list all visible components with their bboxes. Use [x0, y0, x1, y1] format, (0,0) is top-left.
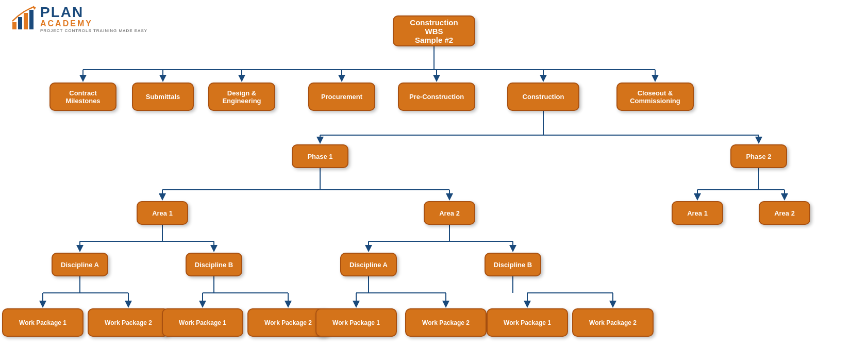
- node-wp1-disc-b-area1: Work Package 1: [162, 308, 243, 337]
- node-label: Closeout &Commissioning: [630, 89, 680, 105]
- node-discipline-a-area1: Discipline A: [52, 253, 108, 276]
- node-label: Area 2: [439, 209, 460, 217]
- node-area1-phase1: Area 1: [137, 201, 188, 225]
- node-wp1-disc-a-area2: Work Package 1: [315, 308, 397, 337]
- node-discipline-b-area2: Discipline B: [485, 253, 541, 276]
- node-preconstruction: Pre-Construction: [398, 83, 475, 111]
- node-label: Discipline A: [349, 261, 388, 269]
- node-phase1: Phase 1: [292, 144, 348, 168]
- node-label: Work Package 1: [332, 319, 380, 326]
- node-phase2: Phase 2: [730, 144, 787, 168]
- logo-tagline: Project Controls Training Made Easy: [40, 29, 147, 33]
- node-procurement: Procurement: [308, 83, 375, 111]
- node-label: Discipline B: [494, 261, 532, 269]
- node-label: Work Package 2: [105, 319, 152, 326]
- node-label: Area 2: [774, 209, 795, 217]
- node-label: Work Package 2: [589, 319, 637, 326]
- logo-academy: ACADEMY: [40, 20, 147, 28]
- node-label: Area 1: [687, 209, 708, 217]
- node-submittals: Submittals: [132, 83, 194, 111]
- node-label: Area 1: [152, 209, 173, 217]
- node-wp2-disc-b-area2: Work Package 2: [572, 308, 654, 337]
- node-label: Procurement: [321, 93, 362, 101]
- node-wp2-disc-a-area2: Work Package 2: [405, 308, 487, 337]
- node-label: Work Package 2: [422, 319, 470, 326]
- svg-marker-4: [33, 6, 36, 10]
- root-node: Construction WBSSample #2: [393, 15, 475, 46]
- node-label: Phase 2: [746, 153, 771, 160]
- connector-lines: [0, 0, 868, 362]
- node-contract-milestones: ContractMilestones: [49, 83, 116, 111]
- node-wp2-disc-a-area1: Work Package 2: [88, 308, 169, 337]
- node-label: Phase 1: [307, 153, 332, 160]
- node-design-engineering: Design &Engineering: [208, 83, 275, 111]
- node-discipline-a-area2: Discipline A: [340, 253, 397, 276]
- node-label: Pre-Construction: [409, 93, 464, 101]
- svg-rect-3: [29, 10, 34, 29]
- node-wp1-disc-a-area1: Work Package 1: [2, 308, 84, 337]
- node-closeout-commissioning: Closeout &Commissioning: [616, 83, 694, 111]
- logo-text-group: PLAN ACADEMY Project Controls Training M…: [40, 5, 147, 33]
- node-label: Work Package 1: [504, 319, 551, 326]
- logo-plan: PLAN: [40, 5, 147, 20]
- node-label: ContractMilestones: [65, 89, 100, 105]
- page: PLAN ACADEMY Project Controls Training M…: [0, 0, 868, 362]
- node-label: Work Package 1: [179, 319, 226, 326]
- node-area2-phase2: Area 2: [759, 201, 810, 225]
- svg-rect-2: [24, 13, 28, 29]
- node-label: Construction: [523, 93, 564, 101]
- root-label: Construction WBSSample #2: [403, 18, 465, 44]
- svg-rect-0: [12, 22, 16, 29]
- node-label: Submittals: [146, 93, 180, 101]
- node-label: Discipline A: [61, 261, 99, 269]
- node-label: Design &Engineering: [222, 89, 261, 105]
- node-area1-phase2: Area 1: [672, 201, 723, 225]
- svg-rect-1: [18, 17, 22, 29]
- node-area2-phase1: Area 2: [424, 201, 475, 225]
- node-construction: Construction: [507, 83, 579, 111]
- node-label: Discipline B: [195, 261, 233, 269]
- node-label: Work Package 1: [19, 319, 66, 326]
- node-label: Work Package 2: [264, 319, 312, 326]
- logo: PLAN ACADEMY Project Controls Training M…: [10, 5, 147, 33]
- logo-icon: [10, 6, 37, 32]
- node-discipline-b-area1: Discipline B: [186, 253, 242, 276]
- node-wp1-disc-b-area2: Work Package 1: [487, 308, 568, 337]
